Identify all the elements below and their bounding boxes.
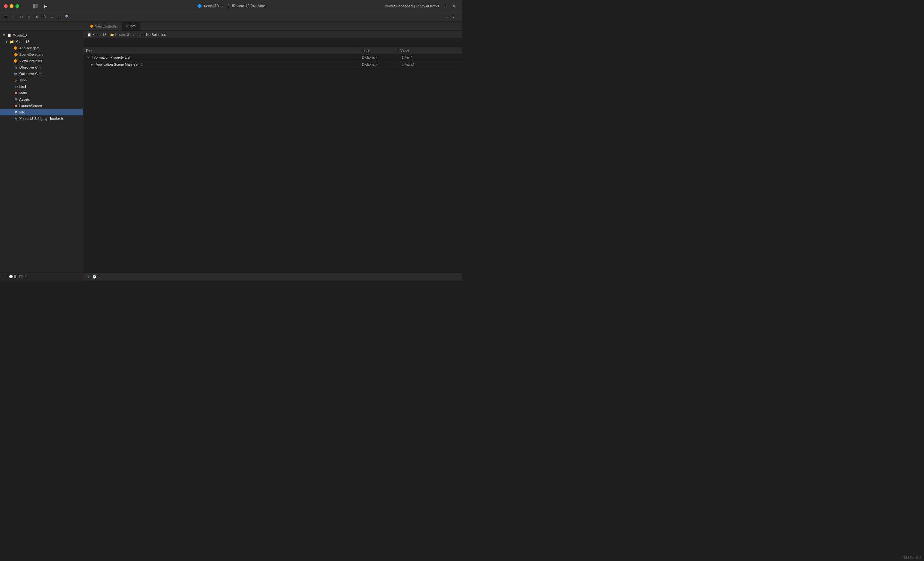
bottom-bar: + 🕐 ☰ xyxy=(83,272,462,280)
close-button[interactable] xyxy=(4,4,8,8)
add-tab-button[interactable]: + xyxy=(441,3,448,10)
breadcrumb-xcode13-2[interactable]: 📁 Xcode13 xyxy=(110,33,129,37)
plist-value-info-property-list: (1 item) xyxy=(398,55,462,59)
tree-item-bridging[interactable]: h Xcode13-Bridging-Header.h xyxy=(0,115,83,122)
filter-list-icon: ☰ xyxy=(97,275,100,278)
build-status: Build Succeeded | Today at 02:59 xyxy=(385,4,439,8)
tree-item-info[interactable]: ⊞ Info xyxy=(0,109,83,115)
toolbar-search-icon[interactable]: 🔍 xyxy=(64,14,70,20)
tab-viewcontroller[interactable]: 🔶 ViewController xyxy=(86,22,122,30)
build-succeeded: Succeeded xyxy=(394,4,412,8)
layout-button[interactable]: ⊞ xyxy=(451,3,458,10)
breadcrumb-info[interactable]: ⊞ Info xyxy=(133,33,142,37)
launchscreen-label: LaunchScreen xyxy=(19,104,42,108)
expand-arrow-root[interactable]: ▶ xyxy=(3,34,6,37)
tree-item-appdelegate[interactable]: 🔶 AppDelegate xyxy=(0,45,83,51)
plist-row-app-scene-manifest[interactable]: ▶ Application Scene Manifest ▲ ▼ Diction… xyxy=(83,61,462,68)
nav-arrows: ‹ › xyxy=(444,14,459,20)
add-row-button[interactable]: + xyxy=(86,274,91,279)
project-name: Xcode13 xyxy=(203,4,219,8)
bc-xcode13-1-label: Xcode13 xyxy=(92,33,106,37)
sidebar-toggle xyxy=(32,3,39,10)
json-icon: {} xyxy=(14,78,18,82)
nav-back-button[interactable]: ‹ xyxy=(444,14,450,20)
bottom-left-controls: + 🕐 ☰ xyxy=(86,274,100,279)
h-icon-objc-h: h xyxy=(14,65,18,70)
tree-item-main[interactable]: ✖ Main xyxy=(0,90,83,96)
tree-item-html[interactable]: </> html xyxy=(0,83,83,90)
tree-item-objc-h[interactable]: h Objective-C.h xyxy=(0,64,83,70)
device-info: 📱 iPhone 12 Pro Max xyxy=(226,4,265,8)
toolbar-grid-icon[interactable]: ⊞ xyxy=(3,14,9,20)
title-separator: › xyxy=(222,4,223,8)
toolbar-diamond-icon[interactable]: ◆ xyxy=(33,14,40,20)
toolbar-rect-icon[interactable]: ⊡ xyxy=(18,14,24,20)
html-label: html xyxy=(19,85,26,88)
tree-item-scenedelegate[interactable]: 🔶 SceneDelegate xyxy=(0,51,83,58)
title-bar-center: 🔷 Xcode13 › 📱 iPhone 12 Pro Max xyxy=(197,3,265,8)
assets-label: Assets xyxy=(19,97,30,101)
group-label: Xcode13 xyxy=(15,40,29,43)
app-scene-manifest-label: Application Scene Manifest xyxy=(96,63,138,66)
minimize-button[interactable] xyxy=(10,4,14,8)
info-tab-label: Info xyxy=(130,24,135,28)
recent-icon: 🕐 xyxy=(9,275,13,278)
toolbar-warning-icon[interactable]: △ xyxy=(26,14,32,20)
plist-value-app-scene-manifest: (2 items) xyxy=(398,63,462,66)
swift-icon-appdelegate: 🔶 xyxy=(14,46,18,50)
plist-type-info-property-list: Dictionary xyxy=(359,55,398,59)
h-icon-bridging: h xyxy=(14,117,18,121)
project-icon: 📋 xyxy=(7,33,12,37)
root-project-label: Xcode13 xyxy=(13,33,27,37)
build-time: | Today at 02:59 xyxy=(414,4,439,8)
list-icon: ☰ xyxy=(14,275,16,278)
tree-item-json[interactable]: {} Json xyxy=(0,77,83,83)
project-title: 🔷 Xcode13 xyxy=(197,3,219,8)
tree-item-group[interactable]: ▶ 📁 Xcode13 xyxy=(0,39,83,45)
plist-header-type: Type xyxy=(359,48,398,52)
title-bar-right: Build Succeeded | Today at 02:59 + ⊞ xyxy=(385,3,458,10)
main-label: Main xyxy=(19,91,27,95)
add-file-button[interactable]: + xyxy=(3,274,8,279)
group-icon: 📁 xyxy=(10,39,14,44)
stepper-app-scene-manifest[interactable]: ▲ ▼ xyxy=(141,62,143,67)
maximize-button[interactable] xyxy=(15,4,19,8)
breadcrumb-bar: 📋 Xcode13 › 📁 Xcode13 › ⊞ Info › No Sele… xyxy=(83,31,462,39)
expand-app-scene-manifest[interactable]: ▶ xyxy=(90,62,94,67)
toolbar-circle-icon[interactable]: ○ xyxy=(49,14,55,20)
title-bar: ▶ 🔷 Xcode13 › 📱 iPhone 12 Pro Max Build … xyxy=(0,0,462,12)
html-icon: </> xyxy=(14,84,18,89)
info-property-list-label: Information Property List xyxy=(92,55,130,59)
device-name: iPhone 12 Pro Max xyxy=(232,4,265,8)
plist-row-info-property-list[interactable]: ▼ Information Property List Dictionary (… xyxy=(83,54,462,61)
sidebar-toggle-button[interactable] xyxy=(32,3,39,10)
tree-item-root-project[interactable]: ▶ 📋 Xcode13 xyxy=(0,32,83,39)
bc-plist-icon: ⊞ xyxy=(133,33,135,37)
traffic-lights xyxy=(4,4,19,8)
scenedelegate-label: SceneDelegate xyxy=(19,52,44,57)
plist-header-value: Value xyxy=(398,48,462,52)
expand-info-property-list[interactable]: ▼ xyxy=(86,55,90,60)
breadcrumb-xcode13-1[interactable]: 📋 Xcode13 xyxy=(87,33,106,37)
toolbar-hex-icon[interactable]: ⬡ xyxy=(41,14,48,20)
bc-arrow-3: › xyxy=(144,33,145,37)
toolbar-check-icon[interactable]: ✓ xyxy=(10,14,16,20)
tree-item-assets[interactable]: ⊞ Assets xyxy=(0,96,83,103)
toolbar-square-icon[interactable]: ◻ xyxy=(57,14,63,20)
tab-info[interactable]: ⊞ Info xyxy=(122,22,140,30)
tree-item-launchscreen[interactable]: ✖ LaunchScreen xyxy=(0,103,83,109)
tree-item-objc-m[interactable]: m Objective-C.m xyxy=(0,70,83,77)
expand-arrow-group[interactable]: ▶ xyxy=(5,40,8,43)
viewcontroller-tab-label: ViewController xyxy=(95,24,118,28)
xib-icon-main: ✖ xyxy=(14,91,18,95)
bc-arrow-1: › xyxy=(108,33,108,37)
nav-forward-button[interactable]: › xyxy=(450,14,456,20)
plist-header-key: Key xyxy=(83,48,359,52)
history-icon: 🕐 xyxy=(92,275,96,278)
tree-item-viewcontroller[interactable]: 🔶 ViewController xyxy=(0,58,83,64)
bc-group-icon: 📁 xyxy=(110,33,114,37)
run-button[interactable]: ▶ xyxy=(42,3,49,10)
tab-bar: 🔶 ViewController ⊞ Info xyxy=(0,22,462,31)
info-label: Info xyxy=(19,110,25,114)
plist-table-header: Key Type Value xyxy=(83,47,462,54)
